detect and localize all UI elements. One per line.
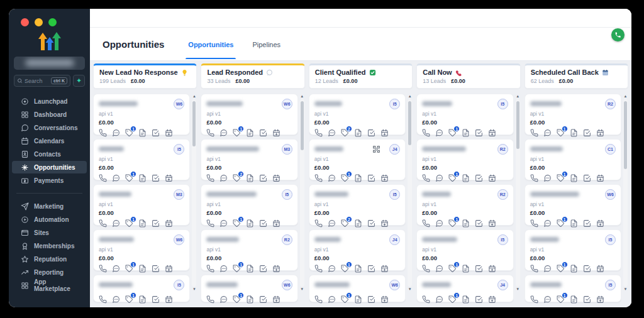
opportunity-card[interactable]: W6api v1£0.001 [201, 94, 297, 135]
opportunity-card[interactable]: I5api v1£0.002 [309, 94, 406, 135]
task-icon[interactable] [583, 295, 591, 304]
opportunity-card[interactable]: I5api v1£0.002 [309, 184, 406, 226]
note-icon[interactable] [246, 174, 254, 182]
sidebar-item-marketplace[interactable]: App Marketplace [12, 279, 87, 292]
opportunity-card[interactable]: I5api v1£0.001 [201, 184, 297, 226]
opportunity-card[interactable]: I51 [525, 275, 621, 302]
calendar-add-icon[interactable] [596, 129, 604, 137]
opportunity-card[interactable]: M3api v1£0.002 [201, 139, 297, 180]
scrollbar-thumb[interactable] [301, 101, 304, 150]
tag-icon[interactable]: 1 [557, 174, 565, 182]
task-icon[interactable] [367, 129, 375, 137]
opportunity-card[interactable]: R2api v1£0.001 [525, 94, 621, 135]
phone-icon[interactable] [99, 295, 107, 304]
chat-icon[interactable] [543, 219, 552, 228]
task-icon[interactable] [259, 219, 267, 228]
phone-icon[interactable] [422, 129, 430, 137]
task-icon[interactable] [583, 129, 591, 137]
opportunity-card[interactable]: J4api v1£0.001 [309, 229, 406, 271]
note-icon[interactable] [462, 219, 470, 228]
minimize-window-button[interactable] [35, 18, 43, 26]
account-switcher[interactable] [14, 57, 85, 70]
phone-icon[interactable] [314, 219, 323, 228]
opportunity-card[interactable]: J4api v1£0.001 [309, 139, 406, 180]
calendar-add-icon[interactable] [380, 219, 389, 228]
opportunity-card[interactable]: R2api v1£0.001 [416, 184, 513, 226]
phone-icon[interactable] [422, 219, 430, 228]
calendar-add-icon[interactable] [596, 219, 604, 228]
calendar-add-icon[interactable] [165, 265, 173, 273]
sidebar-item-payments[interactable]: Payments [12, 174, 87, 187]
opportunity-card[interactable]: R2api v1£0.001 [416, 139, 513, 180]
note-icon[interactable] [570, 174, 578, 182]
scroll-down-icon[interactable]: ▼ [516, 287, 519, 292]
scroll-up-icon[interactable]: ▲ [300, 94, 304, 99]
calendar-add-icon[interactable] [272, 129, 280, 137]
calendar-add-icon[interactable] [596, 295, 604, 304]
calendar-add-icon[interactable] [380, 174, 389, 182]
sidebar-item-opportunities[interactable]: Opportunities [12, 161, 87, 173]
phone-icon[interactable] [314, 295, 323, 304]
chat-icon[interactable] [219, 219, 228, 228]
note-icon[interactable] [462, 265, 470, 273]
sidebar-item-calendars[interactable]: Calendars [12, 134, 87, 147]
sidebar-item-contacts[interactable]: Contacts [12, 148, 87, 160]
task-icon[interactable] [259, 174, 267, 182]
calendar-add-icon[interactable] [488, 219, 496, 228]
maximize-window-button[interactable] [48, 18, 57, 26]
chat-icon[interactable] [435, 174, 443, 182]
scrollbar-thumb[interactable] [516, 101, 519, 149]
tag-icon[interactable]: 1 [233, 265, 241, 273]
calendar-add-icon[interactable] [272, 265, 280, 273]
sidebar-item-sites[interactable]: Sites [12, 226, 87, 239]
chat-icon[interactable] [112, 265, 120, 273]
tag-icon[interactable]: 1 [125, 174, 133, 182]
scroll-up-icon[interactable]: ▲ [516, 94, 519, 99]
tag-icon[interactable]: 1 [341, 265, 349, 273]
task-icon[interactable] [583, 219, 591, 228]
tag-icon[interactable]: 1 [448, 219, 457, 228]
sidebar-item-dashboard[interactable]: Dashboard [12, 108, 87, 121]
sidebar-item-reporting[interactable]: Reporting [12, 266, 87, 278]
note-icon[interactable] [246, 295, 254, 304]
calendar-add-icon[interactable] [488, 265, 496, 273]
task-icon[interactable] [475, 174, 483, 182]
chat-icon[interactable] [435, 219, 443, 228]
chat-icon[interactable] [112, 295, 120, 304]
tag-icon[interactable]: 1 [557, 129, 565, 137]
scroll-down-icon[interactable]: ▼ [192, 287, 196, 292]
note-icon[interactable] [138, 219, 147, 228]
note-icon[interactable] [570, 295, 578, 304]
opportunity-card[interactable]: I5api v1£0.001 [93, 139, 190, 180]
calendar-add-icon[interactable] [380, 265, 389, 273]
tag-icon[interactable]: 1 [448, 174, 457, 182]
note-icon[interactable] [246, 219, 254, 228]
phone-icon[interactable] [99, 174, 107, 182]
phone-icon[interactable] [314, 265, 323, 273]
chat-icon[interactable] [112, 219, 120, 228]
opportunity-card[interactable]: J41 [416, 275, 513, 302]
chat-icon[interactable] [435, 295, 443, 304]
calendar-add-icon[interactable] [488, 295, 496, 304]
scroll-up-icon[interactable]: ▲ [624, 94, 628, 99]
task-icon[interactable] [259, 295, 267, 304]
task-icon[interactable] [152, 129, 160, 137]
calendar-add-icon[interactable] [380, 295, 389, 304]
calendar-add-icon[interactable] [488, 129, 496, 137]
scroll-up-icon[interactable]: ▲ [408, 94, 412, 99]
chat-icon[interactable] [543, 295, 552, 304]
opportunity-card[interactable]: W6api v1£0.001 [93, 229, 190, 271]
scroll-down-icon[interactable]: ▼ [624, 287, 628, 292]
sidebar-item-marketing[interactable]: Marketing [12, 200, 87, 212]
note-icon[interactable] [462, 174, 470, 182]
scroll-up-icon[interactable]: ▲ [192, 94, 196, 99]
tag-icon[interactable]: 1 [341, 174, 349, 182]
task-icon[interactable] [152, 219, 160, 228]
phone-icon[interactable] [206, 265, 214, 273]
task-icon[interactable] [152, 174, 160, 182]
chat-icon[interactable] [435, 129, 443, 137]
chat-icon[interactable] [219, 129, 228, 137]
phone-icon[interactable] [314, 129, 323, 137]
calendar-add-icon[interactable] [380, 129, 389, 137]
calendar-add-icon[interactable] [165, 219, 173, 228]
